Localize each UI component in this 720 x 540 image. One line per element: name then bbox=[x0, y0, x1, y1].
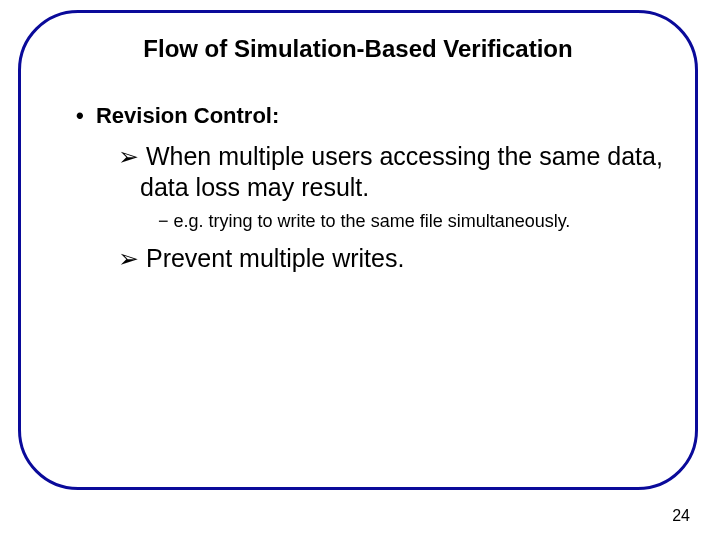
bullet-level2: ➢ When multiple users accessing the same… bbox=[118, 141, 686, 204]
page-number: 24 bbox=[672, 507, 690, 525]
arrow-icon: ➢ bbox=[118, 244, 139, 272]
arrow-icon: ➢ bbox=[118, 142, 139, 170]
bullet-level2: ➢ Prevent multiple writes. bbox=[118, 243, 686, 274]
bullet-text: Revision Control: bbox=[96, 103, 279, 128]
bullet-level3: − e.g. trying to write to the same file … bbox=[158, 210, 686, 233]
bullet-text: When multiple users accessing the same d… bbox=[140, 142, 663, 201]
dash-marker: − bbox=[158, 211, 169, 231]
slide-frame: Flow of Simulation-Based Verification • … bbox=[18, 10, 698, 490]
bullet-text: Prevent multiple writes. bbox=[146, 244, 404, 272]
bullet-marker: • bbox=[76, 103, 84, 128]
slide-title: Flow of Simulation-Based Verification bbox=[21, 35, 695, 63]
bullet-text: e.g. trying to write to the same file si… bbox=[174, 211, 571, 231]
slide-content: • Revision Control: ➢ When multiple user… bbox=[76, 103, 686, 280]
bullet-level1: • Revision Control: bbox=[76, 103, 686, 129]
